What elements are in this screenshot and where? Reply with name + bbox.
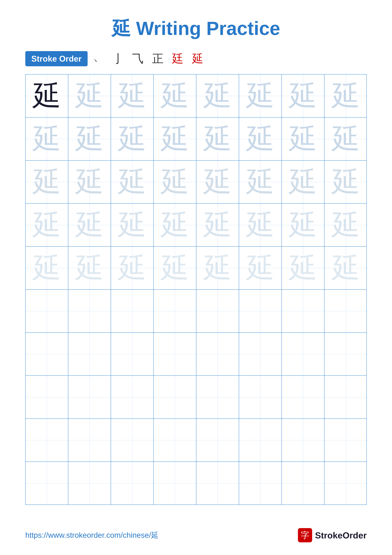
grid-cell-5-2[interactable] — [111, 290, 154, 332]
grid-cell-3-6[interactable]: 延 — [282, 204, 324, 246]
grid-cell-5-4[interactable] — [196, 290, 239, 332]
stroke-5: 廷 — [172, 52, 186, 65]
grid-cell-0-3[interactable]: 延 — [154, 74, 196, 117]
stroke-4: 正 — [152, 52, 166, 65]
grid-cell-8-4[interactable] — [196, 419, 239, 461]
grid-cell-0-7[interactable]: 延 — [324, 74, 367, 117]
grid-cell-7-4[interactable] — [196, 376, 239, 418]
grid-cell-9-6[interactable] — [282, 462, 324, 504]
practice-char: 延 — [332, 125, 360, 153]
grid-cell-9-2[interactable] — [111, 462, 154, 504]
grid-cell-7-1[interactable] — [68, 376, 111, 418]
grid-cell-3-3[interactable]: 延 — [154, 204, 196, 246]
grid-cell-2-3[interactable]: 延 — [154, 161, 196, 203]
grid-cell-9-4[interactable] — [196, 462, 239, 504]
grid-cell-0-6[interactable]: 延 — [282, 74, 324, 117]
stroke-2: 亅 — [112, 52, 127, 65]
grid-cell-5-1[interactable] — [68, 290, 111, 332]
practice-char: 延 — [246, 168, 275, 196]
grid-cell-5-5[interactable] — [239, 290, 282, 332]
practice-char: 延 — [203, 211, 232, 239]
grid-cell-5-0[interactable] — [26, 290, 68, 332]
grid-cell-9-3[interactable] — [154, 462, 196, 504]
grid-cell-0-1[interactable]: 延 — [68, 74, 111, 117]
stroke-1: ﹆ — [92, 52, 107, 65]
grid-cell-4-1[interactable]: 延 — [68, 247, 111, 289]
grid-cell-6-2[interactable] — [111, 333, 154, 375]
grid-cell-6-1[interactable] — [68, 333, 111, 375]
grid-cell-2-0[interactable]: 延 — [26, 161, 68, 203]
grid-cell-4-6[interactable]: 延 — [282, 247, 324, 289]
practice-char: 延 — [33, 168, 61, 196]
grid-cell-5-7[interactable] — [324, 290, 367, 332]
grid-cell-6-6[interactable] — [282, 333, 324, 375]
grid-cell-3-7[interactable]: 延 — [324, 204, 367, 246]
practice-char: 延 — [161, 254, 189, 282]
grid-cell-1-7[interactable]: 延 — [324, 117, 367, 160]
practice-char: 延 — [75, 211, 104, 239]
grid-cell-7-7[interactable] — [324, 376, 367, 418]
practice-char: 延 — [161, 125, 189, 153]
grid-cell-3-1[interactable]: 延 — [68, 204, 111, 246]
practice-char: 延 — [246, 254, 275, 282]
grid-cell-6-3[interactable] — [154, 333, 196, 375]
grid-cell-8-7[interactable] — [324, 419, 367, 461]
grid-cell-2-1[interactable]: 延 — [68, 161, 111, 203]
practice-char: 延 — [203, 82, 232, 110]
grid-cell-8-2[interactable] — [111, 419, 154, 461]
footer-brand: 字 StrokeOrder — [298, 528, 367, 542]
grid-cell-7-2[interactable] — [111, 376, 154, 418]
grid-cell-0-5[interactable]: 延 — [239, 74, 282, 117]
grid-cell-0-0[interactable]: 延 — [26, 74, 68, 117]
grid-cell-1-0[interactable]: 延 — [26, 117, 68, 160]
grid-cell-6-5[interactable] — [239, 333, 282, 375]
grid-cell-7-6[interactable] — [282, 376, 324, 418]
grid-cell-4-2[interactable]: 延 — [111, 247, 154, 289]
grid-cell-9-7[interactable] — [324, 462, 367, 504]
grid-cell-2-5[interactable]: 延 — [239, 161, 282, 203]
grid-cell-4-5[interactable]: 延 — [239, 247, 282, 289]
grid-cell-2-7[interactable]: 延 — [324, 161, 367, 203]
practice-char: 延 — [203, 254, 232, 282]
grid-cell-2-2[interactable]: 延 — [111, 161, 154, 203]
grid-cell-1-5[interactable]: 延 — [239, 117, 282, 160]
grid-cell-9-1[interactable] — [68, 462, 111, 504]
grid-cell-9-5[interactable] — [239, 462, 282, 504]
grid-cell-1-6[interactable]: 延 — [282, 117, 324, 160]
footer: https://www.strokeorder.com/chinese/延 字 … — [0, 528, 392, 542]
grid-cell-2-4[interactable]: 延 — [196, 161, 239, 203]
grid-cell-1-3[interactable]: 延 — [154, 117, 196, 160]
grid-cell-5-6[interactable] — [282, 290, 324, 332]
grid-cell-8-3[interactable] — [154, 419, 196, 461]
grid-cell-6-4[interactable] — [196, 333, 239, 375]
grid-cell-7-3[interactable] — [154, 376, 196, 418]
grid-cell-2-6[interactable]: 延 — [282, 161, 324, 203]
grid-cell-4-4[interactable]: 延 — [196, 247, 239, 289]
grid-cell-0-4[interactable]: 延 — [196, 74, 239, 117]
grid-cell-3-2[interactable]: 延 — [111, 204, 154, 246]
grid-cell-7-5[interactable] — [239, 376, 282, 418]
grid-cell-8-6[interactable] — [282, 419, 324, 461]
grid-cell-9-0[interactable] — [26, 462, 68, 504]
grid-cell-1-4[interactable]: 延 — [196, 117, 239, 160]
grid-row-5 — [26, 290, 366, 333]
grid-cell-6-0[interactable] — [26, 333, 68, 375]
grid-cell-4-3[interactable]: 延 — [154, 247, 196, 289]
grid-cell-1-2[interactable]: 延 — [111, 117, 154, 160]
grid-cell-4-0[interactable]: 延 — [26, 247, 68, 289]
grid-cell-4-7[interactable]: 延 — [324, 247, 367, 289]
grid-row-8 — [26, 419, 366, 462]
grid-cell-3-5[interactable]: 延 — [239, 204, 282, 246]
grid-cell-7-0[interactable] — [26, 376, 68, 418]
grid-cell-8-5[interactable] — [239, 419, 282, 461]
grid-cell-3-4[interactable]: 延 — [196, 204, 239, 246]
grid-cell-3-0[interactable]: 延 — [26, 204, 68, 246]
grid-cell-5-3[interactable] — [154, 290, 196, 332]
grid-cell-0-2[interactable]: 延 — [111, 74, 154, 117]
grid-cell-6-7[interactable] — [324, 333, 367, 375]
grid-cell-8-1[interactable] — [68, 419, 111, 461]
practice-char: 延 — [33, 125, 61, 153]
grid-cell-8-0[interactable] — [26, 419, 68, 461]
footer-url[interactable]: https://www.strokeorder.com/chinese/延 — [25, 530, 159, 540]
grid-cell-1-1[interactable]: 延 — [68, 117, 111, 160]
